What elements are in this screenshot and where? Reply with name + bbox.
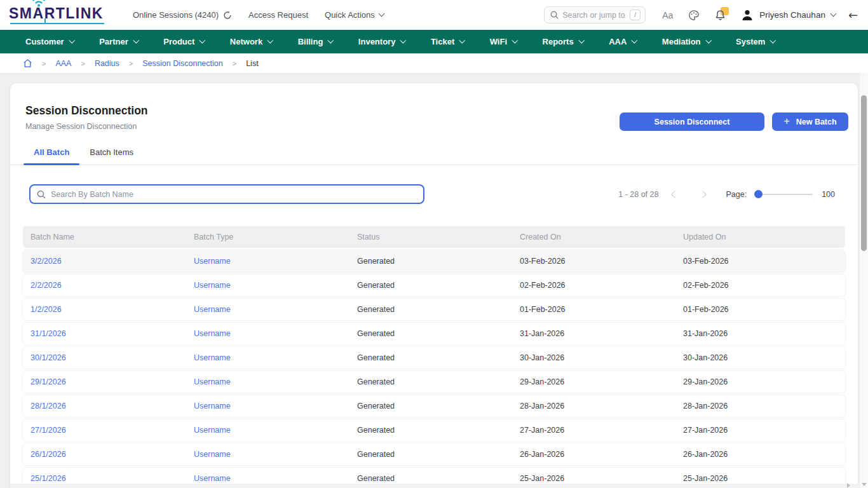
user-name: Priyesh Chauhan <box>759 10 825 20</box>
breadcrumb-link-session-disconnection[interactable]: Session Disconnection <box>142 59 222 68</box>
tab-all-batch[interactable]: All Batch <box>24 147 79 165</box>
batch-type-link[interactable]: Username <box>186 305 349 314</box>
horizontal-scrollbar[interactable] <box>10 484 859 488</box>
chevron-down-icon <box>705 37 711 43</box>
status-cell: Generated <box>349 426 512 435</box>
slider-thumb[interactable] <box>754 190 763 198</box>
logo-text-rtlink: RTLINK <box>44 6 104 21</box>
top-header: SMARTLINK Online Sessions (4240) Access … <box>0 0 868 30</box>
quick-actions-menu[interactable]: Quick Actions <box>325 10 384 20</box>
batch-name-link[interactable]: 26/1/2026 <box>23 450 186 459</box>
nav-item-system[interactable]: System <box>736 37 775 46</box>
font-size-toggle[interactable]: Aa <box>662 10 673 20</box>
vertical-scrollbar[interactable] <box>859 73 868 488</box>
table-row: 26/1/2026 Username Generated 26-Jan-2026… <box>23 444 845 465</box>
chevron-down-icon <box>200 37 205 43</box>
notifications-button[interactable] <box>715 10 726 21</box>
batch-type-link[interactable]: Username <box>186 474 349 483</box>
batch-type-link[interactable]: Username <box>186 281 349 290</box>
session-disconnect-button[interactable]: Session Disconnect <box>620 112 764 131</box>
batch-name-link[interactable]: 27/1/2026 <box>23 426 186 435</box>
breadcrumb-link-radius[interactable]: Radius <box>95 59 119 68</box>
nav-item-customer[interactable]: Customer <box>25 37 74 46</box>
scroll-down-arrow-icon[interactable] <box>862 483 867 486</box>
nav-item-inventory[interactable]: Inventory <box>358 37 405 46</box>
batch-type-link[interactable]: Username <box>186 402 349 410</box>
status-cell: Generated <box>349 257 512 266</box>
batch-name-link[interactable]: 29/1/2026 <box>23 377 186 386</box>
chevron-down-icon <box>830 11 836 17</box>
home-icon[interactable] <box>23 58 32 68</box>
back-arrow-button[interactable]: ← <box>848 10 858 21</box>
updated-on-cell: 25-Jan-2026 <box>675 474 845 483</box>
nav-item-reports[interactable]: Reports <box>543 37 584 46</box>
created-on-cell: 29-Jan-2026 <box>512 377 675 386</box>
batch-name-link[interactable]: 28/1/2026 <box>23 402 186 410</box>
batch-name-link[interactable]: 2/2/2026 <box>23 281 186 290</box>
smartlink-logo[interactable]: SMARTLINK <box>9 6 104 24</box>
batch-type-link[interactable]: Username <box>186 353 349 362</box>
pagination-next-icon[interactable] <box>700 191 707 198</box>
batch-type-link[interactable]: Username <box>186 377 349 386</box>
batch-type-link[interactable]: Username <box>186 329 349 338</box>
nav-item-partner[interactable]: Partner <box>99 37 138 46</box>
online-sessions-counter[interactable]: Online Sessions (4240) <box>133 10 232 20</box>
batch-search-input[interactable] <box>51 190 417 199</box>
nav-item-product[interactable]: Product <box>163 37 205 46</box>
user-menu[interactable]: Priyesh Chauhan <box>741 9 836 22</box>
page-size-slider[interactable] <box>754 190 813 198</box>
nav-item-network[interactable]: Network <box>230 37 273 46</box>
bell-icon <box>715 10 726 21</box>
breadcrumb: > AAA > Radius > Session Disconnection >… <box>0 53 868 73</box>
tab-batch-items[interactable]: Batch Items <box>79 147 144 165</box>
nav-item-mediation[interactable]: Mediation <box>662 37 710 46</box>
batch-table: Batch Name Batch Type Status Created On … <box>23 226 845 488</box>
created-on-cell: 31-Jan-2026 <box>512 329 675 338</box>
page-header-row: Session Disconnection Manage Session Dis… <box>10 104 858 131</box>
chevron-down-icon <box>512 37 518 43</box>
nav-item-aaa[interactable]: AAA <box>609 37 637 46</box>
batch-type-link[interactable]: Username <box>186 450 349 459</box>
pagination-prev-icon[interactable] <box>672 191 679 198</box>
batch-name-link[interactable]: 3/2/2026 <box>23 257 186 266</box>
table-row: 3/2/2026 Username Generated 03-Feb-2026 … <box>23 250 845 272</box>
batch-search-box[interactable] <box>29 184 424 204</box>
wifi-icon <box>31 0 47 7</box>
palette-icon <box>688 10 700 21</box>
created-on-cell: 01-Feb-2026 <box>512 305 675 314</box>
global-search-input[interactable] <box>562 11 626 20</box>
batch-type-link[interactable]: Username <box>186 257 349 266</box>
scroll-right-arrow-icon[interactable] <box>847 483 850 488</box>
nav-item-billing[interactable]: Billing <box>298 37 333 46</box>
online-sessions-label: Online Sessions (4240) <box>133 10 219 20</box>
slider-track[interactable] <box>754 194 813 195</box>
batch-name-link[interactable]: 31/1/2026 <box>23 329 186 338</box>
table-row: 1/2/2026 Username Generated 01-Feb-2026 … <box>23 299 845 320</box>
batch-type-link[interactable]: Username <box>186 426 349 435</box>
logo-underline <box>10 23 104 24</box>
batch-name-link[interactable]: 1/2/2026 <box>23 305 186 314</box>
refresh-icon[interactable] <box>223 11 232 20</box>
new-batch-button[interactable]: +New Batch <box>772 112 848 131</box>
search-icon <box>550 11 559 19</box>
vertical-scrollbar-thumb[interactable] <box>861 95 867 251</box>
breadcrumb-separator: > <box>81 60 85 67</box>
created-on-cell: 27-Jan-2026 <box>512 426 675 435</box>
chevron-down-icon <box>133 37 139 43</box>
updated-on-cell: 28-Jan-2026 <box>675 402 845 410</box>
table-row: 28/1/2026 Username Generated 28-Jan-2026… <box>23 395 845 417</box>
table-row: 2/2/2026 Username Generated 02-Feb-2026 … <box>23 274 845 296</box>
global-search-box[interactable]: / <box>544 6 646 24</box>
batch-name-link[interactable]: 25/1/2026 <box>23 474 186 483</box>
nav-item-ticket[interactable]: Ticket <box>431 37 465 46</box>
theme-palette-button[interactable] <box>688 10 700 21</box>
page-title: Session Disconnection <box>25 104 148 118</box>
nav-item-wifi[interactable]: WiFi <box>490 37 517 46</box>
breadcrumb-link-aaa[interactable]: AAA <box>55 59 71 68</box>
logo-text-sm: SM <box>9 6 33 21</box>
access-request-link[interactable]: Access Request <box>248 10 308 20</box>
batch-name-link[interactable]: 30/1/2026 <box>23 353 186 362</box>
created-on-cell: 26-Jan-2026 <box>512 450 675 459</box>
page-actions: Session Disconnect +New Batch <box>620 112 848 131</box>
updated-on-cell: 31-Jan-2026 <box>675 329 845 338</box>
